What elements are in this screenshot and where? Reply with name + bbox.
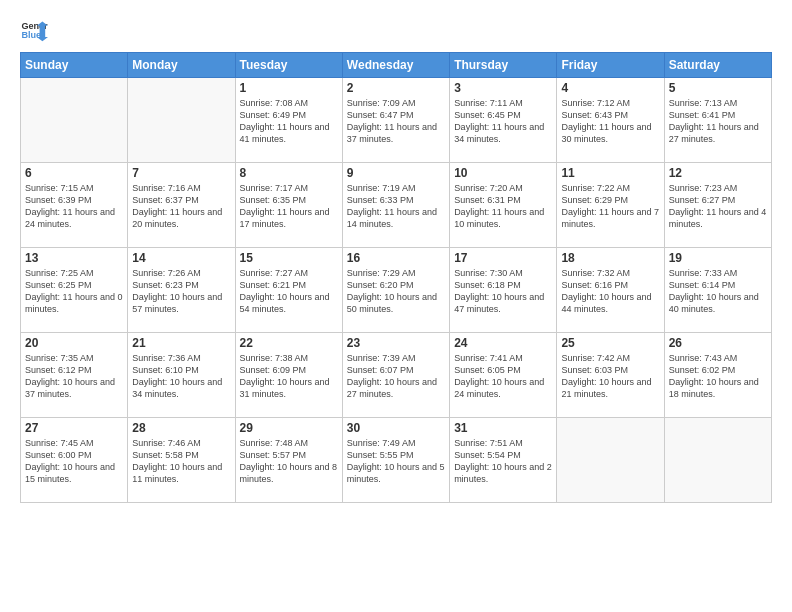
calendar-cell: 14Sunrise: 7:26 AM Sunset: 6:23 PM Dayli… bbox=[128, 248, 235, 333]
day-info: Sunrise: 7:49 AM Sunset: 5:55 PM Dayligh… bbox=[347, 437, 445, 486]
calendar-cell: 13Sunrise: 7:25 AM Sunset: 6:25 PM Dayli… bbox=[21, 248, 128, 333]
calendar-header-saturday: Saturday bbox=[664, 53, 771, 78]
day-number: 25 bbox=[561, 336, 659, 350]
day-number: 11 bbox=[561, 166, 659, 180]
calendar-cell: 28Sunrise: 7:46 AM Sunset: 5:58 PM Dayli… bbox=[128, 418, 235, 503]
day-number: 1 bbox=[240, 81, 338, 95]
calendar-cell: 23Sunrise: 7:39 AM Sunset: 6:07 PM Dayli… bbox=[342, 333, 449, 418]
calendar-cell: 17Sunrise: 7:30 AM Sunset: 6:18 PM Dayli… bbox=[450, 248, 557, 333]
day-number: 9 bbox=[347, 166, 445, 180]
day-info: Sunrise: 7:41 AM Sunset: 6:05 PM Dayligh… bbox=[454, 352, 552, 401]
calendar-cell: 16Sunrise: 7:29 AM Sunset: 6:20 PM Dayli… bbox=[342, 248, 449, 333]
calendar-cell: 11Sunrise: 7:22 AM Sunset: 6:29 PM Dayli… bbox=[557, 163, 664, 248]
day-number: 28 bbox=[132, 421, 230, 435]
calendar-cell bbox=[557, 418, 664, 503]
calendar-cell: 6Sunrise: 7:15 AM Sunset: 6:39 PM Daylig… bbox=[21, 163, 128, 248]
day-info: Sunrise: 7:51 AM Sunset: 5:54 PM Dayligh… bbox=[454, 437, 552, 486]
day-info: Sunrise: 7:20 AM Sunset: 6:31 PM Dayligh… bbox=[454, 182, 552, 231]
calendar-cell bbox=[664, 418, 771, 503]
day-number: 5 bbox=[669, 81, 767, 95]
calendar-header-tuesday: Tuesday bbox=[235, 53, 342, 78]
day-number: 24 bbox=[454, 336, 552, 350]
calendar-cell: 5Sunrise: 7:13 AM Sunset: 6:41 PM Daylig… bbox=[664, 78, 771, 163]
day-info: Sunrise: 7:48 AM Sunset: 5:57 PM Dayligh… bbox=[240, 437, 338, 486]
logo: General Blue bbox=[20, 16, 48, 44]
day-number: 29 bbox=[240, 421, 338, 435]
day-info: Sunrise: 7:22 AM Sunset: 6:29 PM Dayligh… bbox=[561, 182, 659, 231]
day-number: 18 bbox=[561, 251, 659, 265]
calendar-cell: 15Sunrise: 7:27 AM Sunset: 6:21 PM Dayli… bbox=[235, 248, 342, 333]
calendar-cell: 22Sunrise: 7:38 AM Sunset: 6:09 PM Dayli… bbox=[235, 333, 342, 418]
calendar-week-4: 20Sunrise: 7:35 AM Sunset: 6:12 PM Dayli… bbox=[21, 333, 772, 418]
calendar-cell: 3Sunrise: 7:11 AM Sunset: 6:45 PM Daylig… bbox=[450, 78, 557, 163]
day-info: Sunrise: 7:08 AM Sunset: 6:49 PM Dayligh… bbox=[240, 97, 338, 146]
day-number: 3 bbox=[454, 81, 552, 95]
calendar-week-3: 13Sunrise: 7:25 AM Sunset: 6:25 PM Dayli… bbox=[21, 248, 772, 333]
calendar-cell: 2Sunrise: 7:09 AM Sunset: 6:47 PM Daylig… bbox=[342, 78, 449, 163]
day-number: 21 bbox=[132, 336, 230, 350]
day-info: Sunrise: 7:33 AM Sunset: 6:14 PM Dayligh… bbox=[669, 267, 767, 316]
calendar-table: SundayMondayTuesdayWednesdayThursdayFrid… bbox=[20, 52, 772, 503]
day-number: 12 bbox=[669, 166, 767, 180]
calendar-week-2: 6Sunrise: 7:15 AM Sunset: 6:39 PM Daylig… bbox=[21, 163, 772, 248]
day-number: 19 bbox=[669, 251, 767, 265]
day-info: Sunrise: 7:09 AM Sunset: 6:47 PM Dayligh… bbox=[347, 97, 445, 146]
day-number: 8 bbox=[240, 166, 338, 180]
calendar-header-monday: Monday bbox=[128, 53, 235, 78]
calendar-header-wednesday: Wednesday bbox=[342, 53, 449, 78]
day-info: Sunrise: 7:26 AM Sunset: 6:23 PM Dayligh… bbox=[132, 267, 230, 316]
day-number: 13 bbox=[25, 251, 123, 265]
day-number: 16 bbox=[347, 251, 445, 265]
calendar-cell: 18Sunrise: 7:32 AM Sunset: 6:16 PM Dayli… bbox=[557, 248, 664, 333]
day-number: 14 bbox=[132, 251, 230, 265]
day-info: Sunrise: 7:30 AM Sunset: 6:18 PM Dayligh… bbox=[454, 267, 552, 316]
day-number: 2 bbox=[347, 81, 445, 95]
header: General Blue bbox=[20, 16, 772, 44]
day-info: Sunrise: 7:46 AM Sunset: 5:58 PM Dayligh… bbox=[132, 437, 230, 486]
day-info: Sunrise: 7:39 AM Sunset: 6:07 PM Dayligh… bbox=[347, 352, 445, 401]
calendar-cell: 25Sunrise: 7:42 AM Sunset: 6:03 PM Dayli… bbox=[557, 333, 664, 418]
day-info: Sunrise: 7:42 AM Sunset: 6:03 PM Dayligh… bbox=[561, 352, 659, 401]
calendar-cell: 4Sunrise: 7:12 AM Sunset: 6:43 PM Daylig… bbox=[557, 78, 664, 163]
calendar-cell: 8Sunrise: 7:17 AM Sunset: 6:35 PM Daylig… bbox=[235, 163, 342, 248]
day-info: Sunrise: 7:15 AM Sunset: 6:39 PM Dayligh… bbox=[25, 182, 123, 231]
calendar-week-1: 1Sunrise: 7:08 AM Sunset: 6:49 PM Daylig… bbox=[21, 78, 772, 163]
calendar-cell: 7Sunrise: 7:16 AM Sunset: 6:37 PM Daylig… bbox=[128, 163, 235, 248]
calendar-week-5: 27Sunrise: 7:45 AM Sunset: 6:00 PM Dayli… bbox=[21, 418, 772, 503]
day-number: 17 bbox=[454, 251, 552, 265]
day-number: 7 bbox=[132, 166, 230, 180]
calendar-cell: 21Sunrise: 7:36 AM Sunset: 6:10 PM Dayli… bbox=[128, 333, 235, 418]
calendar-cell bbox=[128, 78, 235, 163]
day-number: 27 bbox=[25, 421, 123, 435]
svg-text:Blue: Blue bbox=[21, 30, 41, 40]
day-info: Sunrise: 7:12 AM Sunset: 6:43 PM Dayligh… bbox=[561, 97, 659, 146]
day-info: Sunrise: 7:45 AM Sunset: 6:00 PM Dayligh… bbox=[25, 437, 123, 486]
day-number: 20 bbox=[25, 336, 123, 350]
calendar-cell: 1Sunrise: 7:08 AM Sunset: 6:49 PM Daylig… bbox=[235, 78, 342, 163]
calendar-cell: 29Sunrise: 7:48 AM Sunset: 5:57 PM Dayli… bbox=[235, 418, 342, 503]
day-info: Sunrise: 7:29 AM Sunset: 6:20 PM Dayligh… bbox=[347, 267, 445, 316]
day-info: Sunrise: 7:25 AM Sunset: 6:25 PM Dayligh… bbox=[25, 267, 123, 316]
day-info: Sunrise: 7:43 AM Sunset: 6:02 PM Dayligh… bbox=[669, 352, 767, 401]
calendar-header-sunday: Sunday bbox=[21, 53, 128, 78]
day-number: 22 bbox=[240, 336, 338, 350]
calendar-header-friday: Friday bbox=[557, 53, 664, 78]
calendar-cell bbox=[21, 78, 128, 163]
day-info: Sunrise: 7:35 AM Sunset: 6:12 PM Dayligh… bbox=[25, 352, 123, 401]
day-info: Sunrise: 7:17 AM Sunset: 6:35 PM Dayligh… bbox=[240, 182, 338, 231]
calendar-cell: 19Sunrise: 7:33 AM Sunset: 6:14 PM Dayli… bbox=[664, 248, 771, 333]
day-number: 26 bbox=[669, 336, 767, 350]
logo-icon: General Blue bbox=[20, 16, 48, 44]
calendar-cell: 26Sunrise: 7:43 AM Sunset: 6:02 PM Dayli… bbox=[664, 333, 771, 418]
calendar-cell: 20Sunrise: 7:35 AM Sunset: 6:12 PM Dayli… bbox=[21, 333, 128, 418]
day-info: Sunrise: 7:16 AM Sunset: 6:37 PM Dayligh… bbox=[132, 182, 230, 231]
calendar-cell: 27Sunrise: 7:45 AM Sunset: 6:00 PM Dayli… bbox=[21, 418, 128, 503]
calendar-cell: 30Sunrise: 7:49 AM Sunset: 5:55 PM Dayli… bbox=[342, 418, 449, 503]
day-info: Sunrise: 7:36 AM Sunset: 6:10 PM Dayligh… bbox=[132, 352, 230, 401]
day-number: 6 bbox=[25, 166, 123, 180]
day-info: Sunrise: 7:38 AM Sunset: 6:09 PM Dayligh… bbox=[240, 352, 338, 401]
page: General Blue SundayMondayTuesdayWednesda… bbox=[0, 0, 792, 612]
calendar-cell: 10Sunrise: 7:20 AM Sunset: 6:31 PM Dayli… bbox=[450, 163, 557, 248]
day-info: Sunrise: 7:32 AM Sunset: 6:16 PM Dayligh… bbox=[561, 267, 659, 316]
calendar-cell: 12Sunrise: 7:23 AM Sunset: 6:27 PM Dayli… bbox=[664, 163, 771, 248]
